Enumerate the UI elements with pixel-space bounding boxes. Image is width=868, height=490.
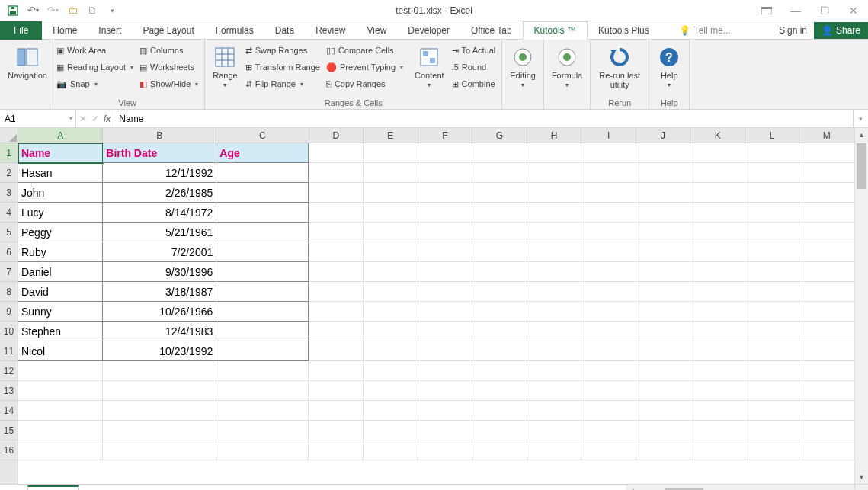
rerun-button[interactable]: Re-run last utility (594, 42, 645, 92)
col-header-L[interactable]: L (745, 128, 800, 143)
cell-M10[interactable] (799, 322, 854, 341)
cell-L16[interactable] (745, 440, 800, 460)
work-area-button[interactable]: ▣Work Area (53, 42, 136, 59)
formula-expand-icon[interactable]: ▾ (853, 110, 868, 127)
cell-G14[interactable] (472, 401, 527, 421)
cell-M6[interactable] (799, 242, 854, 262)
cell-J15[interactable] (636, 421, 691, 440)
cell-M12[interactable] (799, 361, 854, 381)
formula-button[interactable]: Formula▾ (547, 42, 587, 91)
cell-L10[interactable] (745, 322, 800, 341)
cell-L5[interactable] (745, 223, 800, 242)
share-button[interactable]: 👤Share (814, 22, 868, 39)
cell-D9[interactable] (309, 302, 364, 322)
cell-L14[interactable] (745, 401, 800, 421)
cell-H2[interactable] (527, 163, 582, 183)
cell-M4[interactable] (799, 203, 854, 223)
cell-I12[interactable] (581, 361, 636, 381)
cell-E15[interactable] (364, 421, 418, 440)
cell-L9[interactable] (745, 302, 800, 322)
cell-A4[interactable]: Lucy (18, 203, 103, 223)
cell-I10[interactable] (581, 322, 636, 341)
cell-G4[interactable] (472, 203, 527, 223)
name-box[interactable]: A1 (0, 110, 76, 127)
cell-C12[interactable] (216, 361, 309, 381)
round-button[interactable]: .5Round (449, 59, 499, 75)
cell-M15[interactable] (799, 421, 854, 440)
cell-A13[interactable] (18, 381, 103, 401)
tell-me-search[interactable]: 💡Tell me... (660, 25, 731, 36)
cell-D5[interactable] (309, 223, 364, 242)
cell-I7[interactable] (581, 262, 636, 282)
cell-L8[interactable] (745, 282, 800, 302)
cell-E7[interactable] (364, 262, 418, 282)
cell-K13[interactable] (690, 381, 745, 401)
cell-F5[interactable] (418, 223, 473, 242)
col-header-I[interactable]: I (581, 128, 636, 143)
tab-kutools[interactable]: Kutools ™ (523, 21, 588, 40)
cell-A11[interactable]: Nicol (18, 341, 103, 361)
cell-I8[interactable] (581, 282, 636, 302)
cell-B8[interactable]: 3/18/1987 (103, 282, 216, 302)
cell-L2[interactable] (745, 163, 800, 183)
cell-H16[interactable] (527, 440, 582, 460)
col-header-G[interactable]: G (472, 128, 527, 143)
cell-J7[interactable] (636, 262, 691, 282)
cell-G10[interactable] (472, 322, 527, 341)
cell-F9[interactable] (418, 302, 473, 322)
sheet-split-handle[interactable] (854, 485, 868, 490)
cell-C6[interactable] (216, 242, 309, 262)
cell-A16[interactable] (18, 440, 103, 460)
cell-I16[interactable] (581, 440, 636, 460)
cell-I9[interactable] (581, 302, 636, 322)
cell-L15[interactable] (745, 421, 800, 440)
row-header-13[interactable]: 13 (0, 381, 18, 401)
cell-G3[interactable] (472, 183, 527, 203)
cell-K3[interactable] (690, 183, 745, 203)
cell-L1[interactable] (745, 143, 800, 163)
fx-icon[interactable]: fx (104, 114, 111, 124)
row-header-16[interactable]: 16 (0, 440, 18, 460)
cell-E6[interactable] (364, 242, 418, 262)
cell-A5[interactable]: Peggy (18, 223, 103, 242)
row-header-4[interactable]: 4 (0, 203, 18, 223)
cell-J4[interactable] (636, 203, 691, 223)
cell-L6[interactable] (745, 242, 800, 262)
reading-layout-button[interactable]: ▦Reading Layout (53, 59, 136, 75)
cell-E4[interactable] (364, 203, 418, 223)
cell-B5[interactable]: 5/21/1961 (103, 223, 216, 242)
cell-K4[interactable] (690, 203, 745, 223)
row-header-5[interactable]: 5 (0, 223, 18, 242)
cell-B13[interactable] (103, 381, 216, 401)
content-button[interactable]: Content▾ (410, 42, 449, 91)
copy-ranges-button[interactable]: ⎘Copy Ranges (323, 75, 406, 92)
cell-B16[interactable] (103, 440, 216, 460)
cell-H9[interactable] (527, 302, 582, 322)
cell-K2[interactable] (690, 163, 745, 183)
cell-C4[interactable] (216, 203, 309, 223)
cell-G15[interactable] (472, 421, 527, 440)
col-header-F[interactable]: F (418, 128, 473, 143)
cell-I1[interactable] (581, 143, 636, 163)
cell-I2[interactable] (581, 163, 636, 183)
row-header-15[interactable]: 15 (0, 421, 18, 440)
cell-K10[interactable] (690, 322, 745, 341)
cell-M14[interactable] (799, 401, 854, 421)
cell-B14[interactable] (103, 401, 216, 421)
cell-E2[interactable] (364, 163, 418, 183)
cell-D15[interactable] (309, 421, 364, 440)
col-header-C[interactable]: C (216, 128, 309, 143)
range-button[interactable]: Range▾ (208, 42, 242, 91)
cell-D6[interactable] (309, 242, 364, 262)
cell-D13[interactable] (309, 381, 364, 401)
cell-D11[interactable] (309, 341, 364, 361)
cell-D7[interactable] (309, 262, 364, 282)
cell-G5[interactable] (472, 223, 527, 242)
combine-button[interactable]: ⊞Combine (449, 75, 499, 92)
cell-I3[interactable] (581, 183, 636, 203)
scroll-down-icon[interactable]: ▼ (855, 470, 868, 484)
cell-G12[interactable] (472, 361, 527, 381)
cell-B9[interactable]: 10/26/1966 (103, 302, 216, 322)
cell-J12[interactable] (636, 361, 691, 381)
cell-B3[interactable]: 2/26/1985 (103, 183, 216, 203)
